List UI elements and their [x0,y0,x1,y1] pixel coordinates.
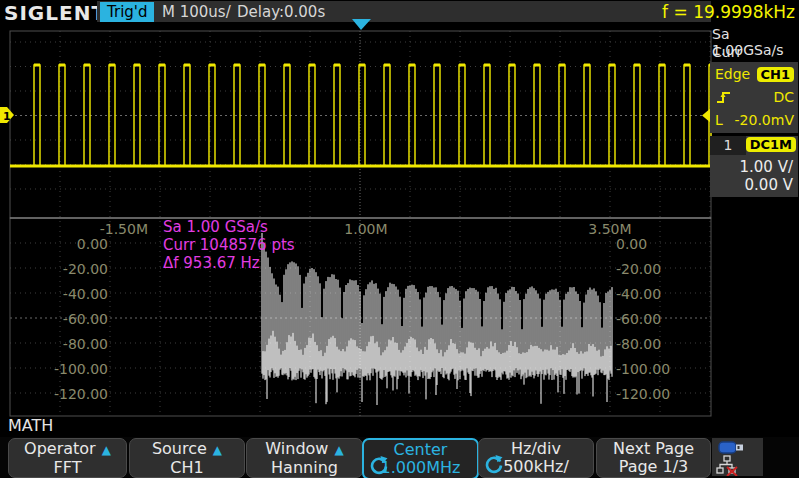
fft-freq-label: 1.00M [327,221,405,237]
rising-edge-icon [715,89,733,105]
trigger-level-value: -20.0mV [735,112,794,128]
fft-db-label-left: -80.00 [30,336,108,352]
fft-delta-f: Δf 953.67 Hz [163,254,295,272]
fft-db-label-right: 0.00 [616,236,696,252]
trigger-type-label: Edge [715,66,750,82]
fft-db-label-left: 0.00 [30,236,108,252]
fft-db-label-right: -80.00 [616,336,696,352]
softkey-value: FFT [9,459,126,476]
channel1-offset-marker-number: 1 [3,110,11,123]
softkey-label: Operator [24,439,96,458]
fft-db-label-right: -20.00 [616,261,696,277]
fft-db-label-left: -120.00 [30,386,108,402]
softkey-value: CH1 [130,459,244,476]
fft-freq-label: -1.50M [70,221,148,237]
trigger-position-marker [352,19,371,30]
fft-sample-rate: Sa 1.00 GSa/s [163,218,295,236]
trigger-level-label: L [715,112,723,128]
math-mode-label: MATH [8,416,53,435]
up-arrow-icon: ▲ [334,443,343,457]
softkey-operator[interactable]: Operator▲ FFT [8,438,127,478]
channel1-number-tab: 1 [710,136,746,155]
softkey-hzdiv[interactable]: Hz/div 500kHz/ [478,438,594,478]
softkey-center[interactable]: Center 1.000MHz [362,438,479,478]
io-status-panel [712,438,763,476]
fft-info-readout: Sa 1.00 GSa/s Curr 1048576 pts Δf 953.67… [163,218,295,272]
lan-disconnected-icon [716,455,740,476]
fft-db-label-left: -100.00 [30,361,108,377]
softkey-nextpage[interactable]: Next Page Page 1/3 [596,438,711,478]
trigger-info-panel[interactable]: Edge CH1 DC L -20.0mV [710,62,798,133]
softkey-label: Window [265,439,328,458]
channel1-coupling-badge: DC1M [746,137,796,152]
softkey-window[interactable]: Window▲ Hanning [246,438,363,478]
softkey-label: Next Page [597,440,710,458]
fft-db-label-right: -120.00 [616,386,696,402]
fft-db-label-left: -40.00 [30,286,108,302]
softkey-value: Page 1/3 [597,458,710,475]
trigger-coupling: DC [773,89,794,105]
channel1-scale: 1.00 V/ [740,158,793,176]
knob-icon [484,454,504,474]
fft-points: Curr 1048576 pts [163,236,295,254]
softkey-value: Hanning [247,459,362,476]
knob-icon [369,455,389,475]
softkey-label: Source [152,439,207,458]
fft-db-label-right: -40.00 [616,286,696,302]
up-arrow-icon: ▲ [102,443,111,457]
softkey-source[interactable]: Source▲ CH1 [129,438,245,478]
fft-math-trace [262,233,612,405]
fft-db-label-left: -60.00 [30,311,108,327]
channel1-info-panel[interactable]: 1 DC1M 1.00 V/ 0.00 V [710,136,798,197]
fft-db-label-left: -20.00 [30,261,108,277]
fft-db-label-right: -100.00 [616,361,696,377]
fft-db-label-right: -60.00 [616,311,696,327]
usb-icon [718,440,746,455]
up-arrow-icon: ▲ [213,443,222,457]
fft-freq-label: 3.50M [571,221,649,237]
trigger-source-badge: CH1 [757,67,794,82]
channel1-offset: 0.00 V [745,176,793,194]
softkey-menubar: Operator▲ FFT Source▲ CH1 Window▲ Hannin… [0,437,799,478]
